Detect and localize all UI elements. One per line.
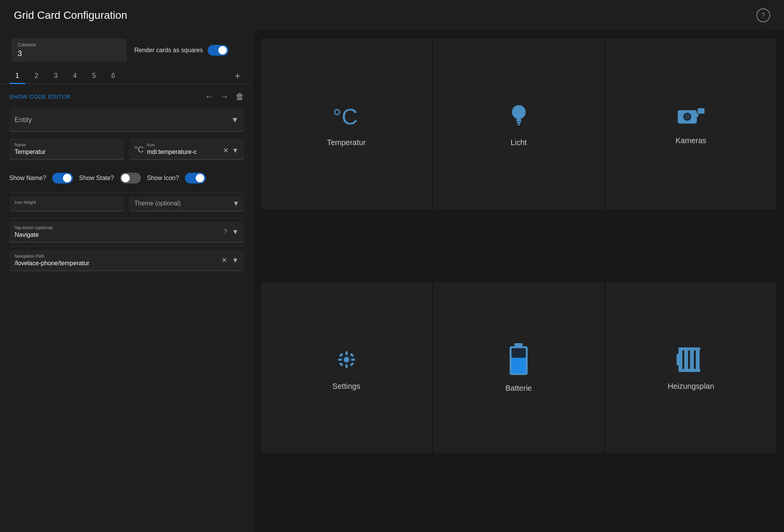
toggle-track[interactable] xyxy=(208,45,228,56)
svg-rect-20 xyxy=(514,343,523,346)
tab-5[interactable]: 5 xyxy=(86,68,102,84)
tap-action-dropdown-icon[interactable]: ▼ xyxy=(232,228,239,236)
show-state-track[interactable] xyxy=(120,173,141,183)
grid-card-temperatur[interactable]: °C Temperatur xyxy=(261,38,432,209)
nav-path-clear-icon[interactable]: ✕ xyxy=(221,256,227,264)
render-cards-label: Render cards as squares xyxy=(134,47,203,54)
entity-field[interactable]: Entity ▼ xyxy=(9,109,244,132)
nav-path-dropdown-icon[interactable]: ▼ xyxy=(232,256,239,264)
svg-rect-28 xyxy=(678,347,700,350)
tab-6[interactable]: 6 xyxy=(105,68,121,84)
name-field[interactable]: Name Temperatur xyxy=(9,139,124,160)
icon-height-field[interactable]: Icon Height xyxy=(9,196,124,211)
back-icon[interactable]: ← xyxy=(205,92,213,102)
toggles-row: Show Name? Show State? Show Icon? xyxy=(9,167,244,190)
nav-path-value[interactable]: /lovelace-phone/temperatur xyxy=(15,260,89,267)
svg-rect-9 xyxy=(697,114,698,117)
show-code-editor-button[interactable]: SHOW CODE EDITOR xyxy=(9,94,71,100)
delete-icon[interactable]: 🗑 xyxy=(236,92,244,102)
svg-rect-8 xyxy=(698,108,705,114)
settings-icon xyxy=(331,344,362,375)
render-cards-toggle[interactable] xyxy=(208,45,228,56)
tap-action-field[interactable]: Tap Action (optional) Navigate ? ▼ xyxy=(9,221,244,243)
svg-rect-26 xyxy=(690,348,694,371)
icon-field[interactable]: °C Icon mdi:temperature-c ✕ ▼ xyxy=(129,139,244,160)
separator-1 xyxy=(9,193,244,193)
grid-card-temperatur-label: Temperatur xyxy=(327,138,366,147)
tab-add-button[interactable]: + xyxy=(231,69,244,83)
camera-icon xyxy=(674,102,708,129)
tab-2[interactable]: 2 xyxy=(28,68,45,84)
tap-action-icons: ? ▼ xyxy=(223,228,239,236)
grid-card-kameras[interactable]: Kameras xyxy=(606,38,776,209)
grid-card-heizungsplan-label: Heizungsplan xyxy=(668,382,714,391)
icon-height-theme-row: Icon Height Theme (optional) ▼ xyxy=(9,196,244,211)
entity-placeholder: Entity xyxy=(15,116,32,124)
svg-rect-16 xyxy=(339,353,343,357)
temperature-icon: °C xyxy=(331,101,362,131)
show-state-thumb xyxy=(121,174,130,182)
entity-dropdown-icon: ▼ xyxy=(231,116,239,124)
separator-2 xyxy=(9,218,244,218)
theme-field[interactable]: Theme (optional) ▼ xyxy=(129,196,244,211)
tab-4[interactable]: 4 xyxy=(67,68,83,84)
name-icon-row: Name Temperatur °C Icon mdi:temperature-… xyxy=(9,139,244,160)
show-icon-thumb xyxy=(196,174,204,182)
tap-action-header: Tap Action (optional) Navigate ? ▼ xyxy=(15,225,239,238)
main-layout: Columns 3 Render cards as squares 1 2 3 … xyxy=(0,31,784,532)
top-controls: Columns 3 Render cards as squares xyxy=(0,31,253,66)
svg-rect-4 xyxy=(518,124,520,126)
editor-toolbar: SHOW CODE EDITOR ← → 🗑 xyxy=(9,92,244,102)
grid-card-licht[interactable]: Licht xyxy=(433,38,604,209)
nav-path-icons: ✕ ▼ xyxy=(221,256,239,264)
show-icon-label: Show Icon? xyxy=(147,175,179,182)
icon-dropdown-icon[interactable]: ▼ xyxy=(232,147,239,155)
svg-point-1 xyxy=(512,105,526,119)
svg-rect-3 xyxy=(517,122,521,124)
grid-card-kameras-label: Kameras xyxy=(675,136,706,145)
left-panel: Columns 3 Render cards as squares 1 2 3 … xyxy=(0,31,253,532)
editor-area: SHOW CODE EDITOR ← → 🗑 Entity ▼ Name Tem… xyxy=(0,84,253,279)
tab-3[interactable]: 3 xyxy=(48,68,64,84)
icon-value[interactable]: mdi:temperature-c xyxy=(147,149,220,155)
grid-card-heizungsplan[interactable]: Heizungsplan xyxy=(606,282,776,453)
show-name-track[interactable] xyxy=(52,173,73,183)
tap-action-value[interactable]: Navigate xyxy=(15,231,53,238)
columns-value[interactable]: 3 xyxy=(18,49,120,58)
help-icon[interactable]: ? xyxy=(756,8,770,22)
forward-icon[interactable]: → xyxy=(220,92,229,102)
svg-rect-12 xyxy=(345,351,348,355)
svg-rect-29 xyxy=(678,369,700,372)
svg-rect-15 xyxy=(351,359,355,361)
grid-card-licht-label: Licht xyxy=(510,138,527,147)
show-icon-toggle[interactable] xyxy=(185,173,206,183)
show-icon-track[interactable] xyxy=(185,173,206,183)
show-name-toggle[interactable] xyxy=(52,173,73,183)
icon-field-inner: Icon mdi:temperature-c xyxy=(147,142,220,155)
nav-path-header: Navigation Path /lovelace-phone/temperat… xyxy=(15,254,239,267)
nav-path-label: Navigation Path xyxy=(15,254,89,258)
icon-clear-button[interactable]: ✕ xyxy=(223,146,229,155)
tab-1[interactable]: 1 xyxy=(9,68,25,84)
tap-action-inner: Tap Action (optional) Navigate xyxy=(15,225,53,238)
grid-card-settings[interactable]: Settings xyxy=(261,282,432,453)
svg-rect-17 xyxy=(350,353,354,357)
separator-3 xyxy=(9,246,244,247)
render-cards-row: Render cards as squares xyxy=(134,45,228,56)
show-name-thumb xyxy=(63,174,71,182)
show-state-toggle[interactable] xyxy=(120,173,141,183)
tap-action-help-icon[interactable]: ? xyxy=(223,228,227,236)
grid-card-batterie-label: Batterie xyxy=(505,384,532,393)
columns-box: Columns 3 xyxy=(12,38,127,62)
svg-point-11 xyxy=(344,357,349,362)
show-name-label: Show Name? xyxy=(9,175,46,182)
svg-point-7 xyxy=(685,114,690,119)
svg-rect-14 xyxy=(338,359,342,361)
name-value[interactable]: Temperatur xyxy=(15,149,119,155)
svg-rect-19 xyxy=(350,362,354,366)
grid-card-batterie[interactable]: Batterie xyxy=(433,282,604,453)
name-label: Name xyxy=(15,142,119,147)
heating-icon xyxy=(677,344,705,375)
nav-path-field[interactable]: Navigation Path /lovelace-phone/temperat… xyxy=(9,250,244,271)
battery-icon xyxy=(508,342,529,377)
